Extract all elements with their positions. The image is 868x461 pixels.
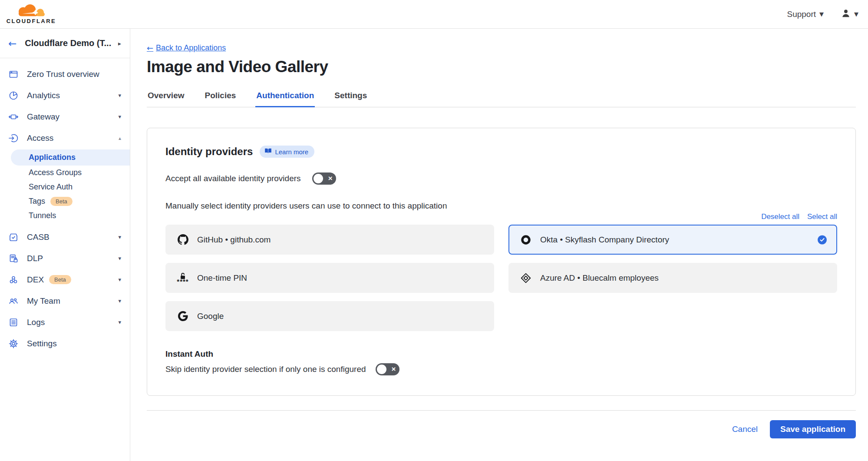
sidebar-item-access[interactable]: Access ▴: [0, 127, 130, 149]
sidebar-item-gateway[interactable]: Gateway ▾: [0, 106, 130, 127]
sidebar-item-my-team[interactable]: My Team ▾: [0, 290, 130, 312]
sidebar-item-label: Gateway: [27, 112, 59, 122]
tab-policies[interactable]: Policies: [204, 87, 237, 107]
toggle-off-x-icon: ×: [328, 175, 333, 182]
card-title: Identity providers: [165, 146, 253, 158]
sidebar-item-applications[interactable]: Applications: [11, 149, 130, 166]
overview-icon: [8, 69, 19, 80]
provider-label: Okta • Skyflash Company Directory: [540, 235, 669, 245]
cloudflare-cloud-icon: [10, 4, 52, 19]
gateway-icon: [8, 112, 19, 122]
user-menu[interactable]: ▼: [840, 8, 858, 21]
sidebar: ← Cloudflare Demo (T... ▸ Zero Trust ove…: [0, 29, 130, 461]
footer-actions: Cancel Save application: [147, 420, 856, 438]
accept-all-toggle[interactable]: ×: [312, 172, 336, 185]
accept-all-label: Accept all available identity providers: [165, 174, 301, 183]
chevron-down-icon[interactable]: ▾: [118, 255, 121, 262]
cloudflare-logo[interactable]: CLOUDFLARE: [5, 4, 57, 24]
provider-label: Google: [197, 312, 224, 321]
sidebar-item-label: Tags: [29, 197, 45, 206]
check-icon: [818, 235, 827, 244]
back-link-label: Back to Applications: [156, 43, 226, 53]
chevron-down-icon: ▼: [854, 11, 858, 17]
sidebar-item-dex[interactable]: DEX Beta ▾: [0, 269, 130, 290]
tab-overview[interactable]: Overview: [147, 87, 185, 107]
provider-tile-azure-ad[interactable]: Azure AD • Bluecalm employees: [508, 263, 837, 293]
one-time-pin-icon: ****: [177, 272, 189, 284]
provider-tile-one-time-pin[interactable]: **** One-time PIN: [165, 263, 494, 293]
book-icon: [264, 148, 272, 156]
account-name: Cloudflare Demo (T...: [25, 38, 111, 48]
google-icon: [177, 311, 189, 321]
provider-label: Azure AD • Bluecalm employees: [540, 273, 659, 283]
tab-bar: Overview Policies Authentication Setting…: [147, 87, 856, 107]
team-icon: [8, 296, 19, 306]
okta-icon: [520, 234, 532, 245]
chevron-right-icon[interactable]: ▸: [118, 40, 121, 47]
sidebar-item-tunnels[interactable]: Tunnels: [0, 209, 130, 223]
chevron-down-icon[interactable]: ▾: [118, 234, 121, 240]
sidebar-item-analytics[interactable]: Analytics ▾: [0, 85, 130, 106]
sidebar-item-label: Logs: [27, 318, 45, 327]
sidebar-item-access-groups[interactable]: Access Groups: [0, 166, 130, 180]
sidebar-item-service-auth[interactable]: Service Auth: [0, 180, 130, 194]
dex-icon: [8, 275, 19, 285]
main-content: ← Back to Applications Image and Video G…: [130, 29, 868, 461]
select-all-link[interactable]: Select all: [807, 212, 837, 221]
support-menu[interactable]: Support ▼: [787, 10, 824, 19]
chevron-down-icon[interactable]: ▾: [118, 276, 121, 283]
sidebar-item-label: My Team: [27, 296, 60, 306]
toggle-knob: [314, 174, 323, 183]
sidebar-item-label: Analytics: [27, 91, 60, 100]
toggle-off-x-icon: ×: [392, 365, 396, 373]
chevron-down-icon[interactable]: ▾: [118, 113, 121, 120]
learn-more-badge[interactable]: Learn more: [260, 146, 314, 158]
instant-auth-heading: Instant Auth: [165, 349, 837, 359]
beta-badge: Beta: [49, 275, 71, 284]
deselect-all-link[interactable]: Deselect all: [761, 212, 799, 221]
save-application-button[interactable]: Save application: [770, 420, 856, 438]
sidebar-item-settings[interactable]: Settings: [0, 333, 130, 354]
back-to-applications-link[interactable]: ← Back to Applications: [147, 43, 226, 53]
identity-providers-card: Identity providers Learn more Accept all…: [147, 128, 856, 396]
chevron-up-icon[interactable]: ▴: [119, 135, 121, 141]
github-icon: [177, 234, 189, 245]
instant-auth-toggle[interactable]: ×: [376, 363, 399, 375]
sidebar-item-label: Applications: [29, 153, 76, 162]
learn-more-label: Learn more: [275, 148, 308, 156]
beta-badge: Beta: [50, 197, 73, 206]
arrow-left-icon: ←: [147, 43, 153, 53]
back-arrow-icon[interactable]: ←: [8, 38, 17, 49]
sidebar-item-label: Settings: [27, 339, 57, 348]
provider-tile-github[interactable]: GitHub • github.com: [165, 225, 494, 255]
tab-authentication[interactable]: Authentication: [255, 87, 315, 107]
cancel-button[interactable]: Cancel: [732, 425, 758, 434]
analytics-icon: [8, 90, 19, 101]
sidebar-item-casb[interactable]: CASB ▾: [0, 226, 130, 248]
sidebar-item-zero-trust-overview[interactable]: Zero Trust overview: [0, 63, 130, 85]
provider-tile-google[interactable]: Google: [165, 301, 494, 331]
user-avatar-icon: [840, 8, 851, 21]
instant-auth-label: Skip identity provider selection if only…: [165, 365, 366, 374]
sidebar-item-label: Access Groups: [29, 168, 82, 177]
chevron-down-icon: ▼: [819, 11, 824, 17]
access-sub-menu: Applications Access Groups Service Auth …: [0, 149, 130, 223]
chevron-down-icon[interactable]: ▾: [118, 298, 121, 304]
gear-icon: [8, 338, 19, 349]
tab-settings[interactable]: Settings: [333, 87, 368, 107]
toggle-knob: [377, 365, 386, 374]
sidebar-item-dlp[interactable]: DLP ▾: [0, 248, 130, 269]
sidebar-item-logs[interactable]: Logs ▾: [0, 312, 130, 333]
sidebar-item-label: Service Auth: [29, 182, 73, 192]
sidebar-item-label: CASB: [27, 232, 50, 242]
sidebar-item-label: Tunnels: [29, 211, 56, 220]
chevron-down-icon[interactable]: ▾: [118, 319, 121, 325]
provider-tile-okta[interactable]: Okta • Skyflash Company Directory: [508, 225, 837, 255]
sidebar-item-label: DLP: [27, 254, 43, 263]
dlp-icon: [8, 253, 19, 264]
account-switcher[interactable]: ← Cloudflare Demo (T... ▸: [0, 29, 130, 58]
sidebar-item-tags[interactable]: Tags Beta: [0, 194, 130, 209]
chevron-down-icon[interactable]: ▾: [118, 92, 121, 99]
page-title: Image and Video Gallery: [147, 58, 856, 76]
cloudflare-wordmark: CLOUDFLARE: [7, 18, 56, 24]
